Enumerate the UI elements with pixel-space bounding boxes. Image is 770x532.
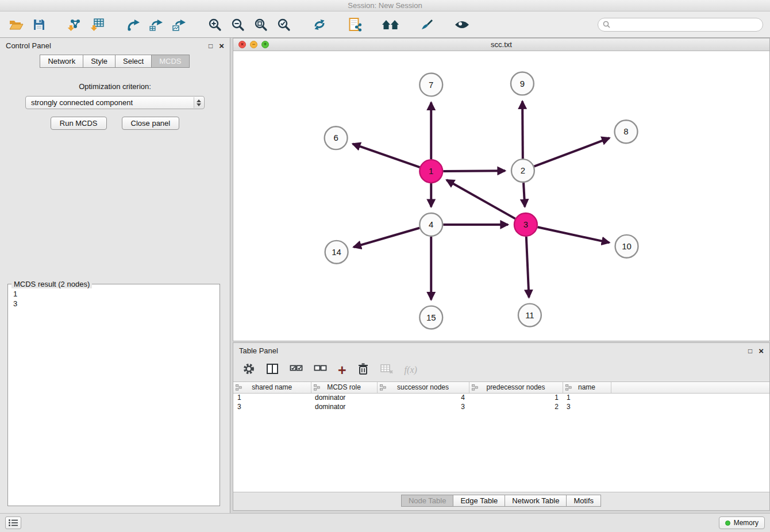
home-view-button[interactable] <box>382 14 400 35</box>
style-brush-button[interactable] <box>417 14 436 35</box>
node-2[interactable]: 2 <box>511 159 534 182</box>
table-settings-button[interactable] <box>242 363 255 377</box>
node-table-container[interactable]: shared nameMCDS rolesuccessor nodesprede… <box>233 381 769 492</box>
node-4[interactable]: 4 <box>419 213 442 236</box>
edge-2-to-8[interactable] <box>534 138 609 166</box>
column-header-shared-name[interactable]: shared name <box>233 382 311 393</box>
float-table-panel-icon[interactable]: □ <box>748 348 752 354</box>
search-field[interactable] <box>598 18 763 32</box>
node-15[interactable]: 15 <box>419 306 442 329</box>
export-network-button[interactable] <box>124 14 143 35</box>
node-label: 2 <box>521 165 525 175</box>
column-header-mcds-role[interactable]: MCDS role <box>311 382 377 393</box>
function-builder-button[interactable]: f(x) <box>405 365 417 375</box>
export-table-button[interactable] <box>147 14 165 35</box>
export-image-button[interactable] <box>170 14 188 35</box>
tab-node-table[interactable]: Node Table <box>401 495 454 507</box>
column-header-name[interactable]: name <box>563 382 611 393</box>
node-label: 6 <box>333 133 338 142</box>
close-window-icon[interactable]: × <box>238 41 246 48</box>
folder-icon <box>9 18 24 32</box>
table-header-row: shared nameMCDS rolesuccessor nodesprede… <box>233 382 769 393</box>
export-web-document-button[interactable] <box>346 14 364 35</box>
close-panel-icon[interactable]: × <box>219 43 224 49</box>
column-type-icon <box>314 384 320 391</box>
cell-predecessor-nodes: 1 <box>469 393 563 402</box>
criterion-dropdown[interactable]: strongly connected component <box>25 96 205 109</box>
tab-select[interactable]: Select <box>115 55 152 68</box>
delete-table-button[interactable] <box>380 363 394 377</box>
tab-motifs[interactable]: Motifs <box>566 495 601 507</box>
import-network-button[interactable] <box>66 14 84 35</box>
memory-button[interactable]: Memory <box>719 516 765 529</box>
control-panel-header: Control Panel □ × <box>0 38 230 53</box>
tab-style[interactable]: Style <box>83 55 116 68</box>
node-3[interactable]: 3 <box>514 213 537 236</box>
delete-column-button[interactable] <box>357 363 369 377</box>
gear-icon <box>242 363 255 375</box>
edge-2-to-9[interactable] <box>522 101 523 159</box>
mcds-result-value: 1 <box>10 289 218 299</box>
search-icon <box>603 21 610 28</box>
edge-4-to-14[interactable] <box>353 228 419 247</box>
node-6[interactable]: 6 <box>325 126 348 149</box>
open-session-button[interactable] <box>7 14 25 35</box>
node-label: 9 <box>520 79 525 88</box>
tab-edge-table[interactable]: Edge Table <box>453 495 505 507</box>
float-panel-icon[interactable]: □ <box>209 43 213 49</box>
edge-3-to-10[interactable] <box>537 227 609 242</box>
select-all-columns-button[interactable] <box>290 363 303 377</box>
node-1[interactable]: 1 <box>419 160 442 183</box>
zoom-window-icon[interactable]: + <box>261 41 269 48</box>
table-tabs: Node TableEdge TableNetwork TableMotifs <box>233 492 769 510</box>
edge-1-to-2[interactable] <box>443 171 505 171</box>
node-14[interactable]: 14 <box>325 241 348 264</box>
run-mcds-button[interactable]: Run MCDS <box>51 117 107 130</box>
zoom-out-button[interactable] <box>229 14 247 35</box>
add-column-button[interactable]: + <box>338 365 346 375</box>
close-panel-button[interactable]: Close panel <box>122 117 180 130</box>
memory-label: Memory <box>734 519 759 527</box>
close-table-panel-icon[interactable]: × <box>759 348 764 354</box>
edge-1-to-6[interactable] <box>353 144 420 167</box>
node-7[interactable]: 7 <box>419 73 442 96</box>
status-list-button[interactable] <box>5 516 21 529</box>
edge-3-to-11[interactable] <box>526 237 529 298</box>
cell-successor-nodes: 4 <box>377 393 469 402</box>
web-document-icon <box>348 17 362 32</box>
zoom-fit-button[interactable] <box>252 14 270 35</box>
node-label: 3 <box>523 219 528 229</box>
tab-network-table[interactable]: Network Table <box>505 495 567 507</box>
network-canvas[interactable]: 7968124314101511 <box>233 51 769 341</box>
column-header-predecessor-nodes[interactable]: predecessor nodes <box>469 382 563 393</box>
save-session-button[interactable] <box>30 14 48 35</box>
edge-2-to-3[interactable] <box>523 183 525 207</box>
minimize-window-icon[interactable]: − <box>250 41 257 48</box>
node-11[interactable]: 11 <box>518 304 541 327</box>
network-view-window: × − + scc.txt 7968124314101511 <box>233 38 770 341</box>
window-controls: × − + <box>238 41 269 48</box>
node-8[interactable]: 8 <box>615 120 638 143</box>
cell-filler <box>611 393 769 402</box>
tab-network[interactable]: Network <box>40 55 83 68</box>
mcds-result-list[interactable]: 13 <box>10 289 218 504</box>
cell-name: 3 <box>563 402 611 411</box>
show-columns-button[interactable] <box>266 363 279 377</box>
table-toolbar: + <box>233 358 769 381</box>
zoom-out-icon <box>231 18 245 32</box>
search-input[interactable] <box>614 20 758 29</box>
column-header-successor-nodes[interactable]: successor nodes <box>377 382 469 393</box>
zoom-in-button[interactable] <box>206 14 224 35</box>
refresh-view-button[interactable] <box>310 14 329 35</box>
edge-3-to-1[interactable] <box>446 180 515 218</box>
unselect-all-columns-button[interactable] <box>314 363 327 377</box>
node-9[interactable]: 9 <box>511 72 534 95</box>
cell-shared-name: 3 <box>233 402 311 411</box>
show-graphics-details-button[interactable] <box>453 14 471 35</box>
tab-mcds[interactable]: MCDS <box>151 55 189 68</box>
import-table-button[interactable] <box>88 14 107 35</box>
node-10[interactable]: 10 <box>615 235 638 258</box>
zoom-selected-button[interactable] <box>275 14 293 35</box>
table-row[interactable]: 1dominator411 <box>233 393 769 402</box>
table-row[interactable]: 3dominator323 <box>233 402 769 411</box>
